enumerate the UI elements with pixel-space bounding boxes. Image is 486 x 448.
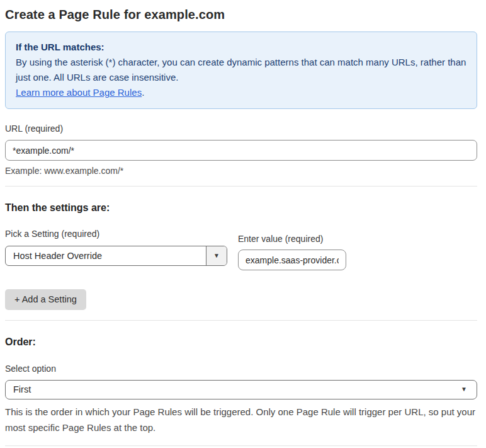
pick-setting-column: Pick a Setting (required) Host Header Ov… <box>5 229 227 270</box>
pick-setting-label: Pick a Setting (required) <box>5 229 227 239</box>
setting-dropdown-value: Host Header Override <box>6 246 206 265</box>
settings-section: Then the settings are: Pick a Setting (r… <box>5 202 477 310</box>
enter-value-column: Enter value (required) <box>238 234 346 270</box>
order-heading: Order: <box>5 336 477 348</box>
divider <box>5 186 477 187</box>
url-section: URL (required) Example: www.example.com/… <box>5 123 477 176</box>
settings-row: Pick a Setting (required) Host Header Ov… <box>5 229 477 270</box>
url-helper-text: Example: www.example.com/* <box>5 166 477 176</box>
divider <box>5 320 477 321</box>
setting-dropdown-arrow-cell[interactable]: ▼ <box>206 246 227 265</box>
info-box-link-line: Learn more about Page Rules. <box>16 85 466 100</box>
settings-heading: Then the settings are: <box>5 202 477 214</box>
order-select-value: First <box>13 384 31 394</box>
add-setting-button[interactable]: + Add a Setting <box>5 289 86 310</box>
chevron-down-icon: ▼ <box>213 253 220 259</box>
url-input[interactable] <box>5 140 477 161</box>
info-box-body: By using the asterisk (*) character, you… <box>16 55 466 85</box>
learn-more-link[interactable]: Learn more about Page Rules <box>16 87 142 98</box>
divider <box>5 445 477 446</box>
order-helper-text: This is the order in which your Page Rul… <box>5 404 477 435</box>
url-matches-info-box: If the URL matches: By using the asteris… <box>5 32 477 109</box>
info-box-heading: If the URL matches: <box>16 40 466 55</box>
enter-value-label: Enter value (required) <box>238 234 346 244</box>
order-select[interactable]: First ▼ <box>5 380 477 399</box>
page-title: Create a Page Rule for example.com <box>5 8 477 22</box>
chevron-down-icon: ▼ <box>461 386 467 393</box>
setting-value-input[interactable] <box>238 250 346 270</box>
select-option-label: Select option <box>5 364 477 374</box>
link-suffix: . <box>142 87 144 98</box>
setting-dropdown[interactable]: Host Header Override ▼ <box>5 246 227 266</box>
create-page-rule-panel: Create a Page Rule for example.com If th… <box>0 0 486 448</box>
order-section: Order: Select option First ▼ This is the… <box>5 336 477 435</box>
url-label: URL (required) <box>5 123 63 134</box>
